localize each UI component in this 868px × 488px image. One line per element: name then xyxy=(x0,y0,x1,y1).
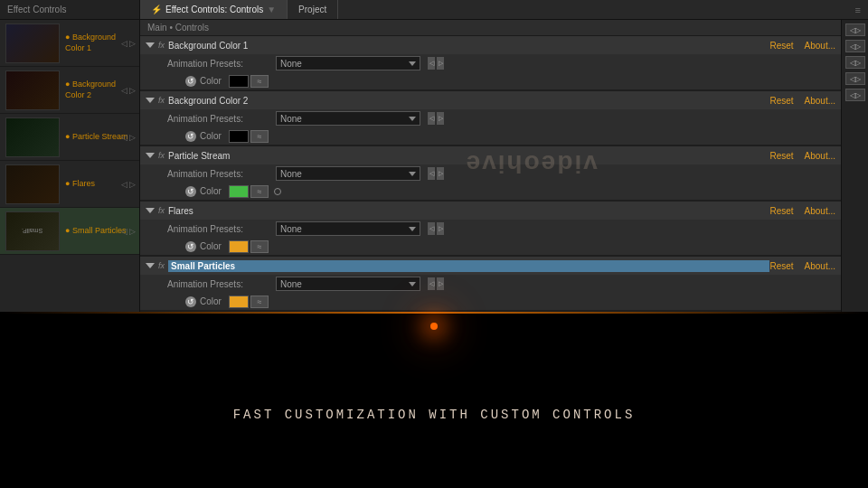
thumb-bg1 xyxy=(5,23,60,63)
color-swatch-particle[interactable] xyxy=(229,185,249,198)
next-arrow-small[interactable]: ▷ xyxy=(437,277,444,290)
effect-flares: fx Flares Reset About... Animation Prese… xyxy=(140,202,841,257)
bottom-section: Fast Customization with custom controls xyxy=(0,314,868,488)
about-bg2[interactable]: About... xyxy=(805,96,835,106)
sidebar-label-small-particles: ● Small Particles xyxy=(65,226,126,237)
about-small[interactable]: About... xyxy=(805,261,835,271)
sidebar-label-particle: ● Particle Stream xyxy=(65,132,127,143)
effect-header-small[interactable]: fx Small Particles Reset About... xyxy=(140,257,841,275)
right-panel: ◁▷ ◁▷ ◁▷ ◁▷ ◁▷ xyxy=(841,20,868,312)
next-arrow-bg1[interactable]: ▷ xyxy=(437,57,444,70)
thumb-small-particles: SmallP. xyxy=(5,211,60,251)
tab-project[interactable]: Project xyxy=(288,0,338,19)
reset-bg1[interactable]: Reset xyxy=(769,41,793,51)
link-icon-flares[interactable]: ≈ xyxy=(250,240,269,253)
reset-bg2[interactable]: Reset xyxy=(769,96,793,106)
dropdown-arrow-bg1 xyxy=(409,61,416,66)
right-btn-4[interactable]: ◁▷ xyxy=(845,72,865,85)
dropdown-arrow-small xyxy=(409,282,416,286)
sidebar-item-bg2[interactable]: ● Background Color 2 ◁ ▷ xyxy=(0,67,139,114)
right-btn-2[interactable]: ◁▷ xyxy=(845,40,865,52)
preset-dropdown-flares[interactable]: None xyxy=(276,221,420,236)
about-bg1[interactable]: About... xyxy=(805,41,835,51)
tab-effect-controls[interactable]: ⚡ Effect Controls: Controls ▼ xyxy=(140,0,288,19)
right-btn-5[interactable]: ◁▷ xyxy=(845,89,865,101)
about-flares[interactable]: About... xyxy=(805,206,835,216)
effect-name-particle: Particle Stream xyxy=(168,151,769,161)
sidebar-item-bg1[interactable]: ● Background Color 1 ◁ ▷ xyxy=(0,20,139,67)
reset-particle[interactable]: Reset xyxy=(769,151,793,161)
link-icon-particle[interactable]: ≈ xyxy=(250,185,269,198)
dropdown-arrow-flares xyxy=(409,227,416,231)
effect-header-particle[interactable]: fx Particle Stream Reset About... xyxy=(140,146,841,164)
reset-flares[interactable]: Reset xyxy=(769,206,793,216)
right-btn-1[interactable]: ◁▷ xyxy=(845,23,865,36)
collapse-icon-small xyxy=(146,263,155,268)
nav-arrows-bg2: ◁ ▷ xyxy=(428,112,444,125)
collapse-icon-bg1 xyxy=(146,42,155,48)
preset-dropdown-particle[interactable]: None xyxy=(276,166,420,181)
link-icon-small[interactable]: ≈ xyxy=(250,296,269,308)
effect-particle-stream: fx Particle Stream Reset About... Animat… xyxy=(140,146,841,202)
sidebar-nav-small: ◁ ▷ xyxy=(121,227,136,236)
preset-value-bg1: None xyxy=(280,59,409,69)
anim-label-particle: Animation Presets: xyxy=(167,169,276,179)
reset-small[interactable]: Reset xyxy=(769,261,793,271)
sidebar-nav-particle: ◁ ▷ xyxy=(121,133,136,142)
preset-dropdown-small[interactable]: None xyxy=(276,277,420,291)
sidebar-item-particle[interactable]: ● Particle Stream ◁ ▷ xyxy=(0,114,139,161)
preset-dropdown-bg1[interactable]: None xyxy=(276,56,420,70)
color-swatch-bg2[interactable] xyxy=(229,130,249,143)
color-swatch-bg1[interactable] xyxy=(229,75,249,88)
color-swatch-flares[interactable] xyxy=(229,240,249,253)
color-row-flares: ↺ Color ≈ xyxy=(140,238,841,256)
prev-arrow-flares[interactable]: ◁ xyxy=(428,222,435,235)
anim-label-bg1: Animation Presets: xyxy=(167,59,276,69)
anim-label-bg2: Animation Presets: xyxy=(167,114,276,124)
color-swatch-small[interactable] xyxy=(229,296,249,308)
panel-menu-icon[interactable]: ≡ xyxy=(855,5,861,15)
preset-value-particle: None xyxy=(280,169,409,179)
effect-small-particles: fx Small Particles Reset About... Animat… xyxy=(140,257,841,312)
effect-bg-color-1: fx Background Color 1 Reset About... Ani… xyxy=(140,36,841,91)
sidebar-nav-flares: ◁ ▷ xyxy=(121,180,136,189)
fx-badge-bg1: fx xyxy=(158,41,165,50)
fx-badge-flares: fx xyxy=(158,206,165,215)
link-icon-bg2[interactable]: ≈ xyxy=(250,130,269,143)
link-icon-bg1[interactable]: ≈ xyxy=(250,75,269,88)
circle-dot-particle xyxy=(274,188,281,195)
effect-name-flares: Flares xyxy=(168,206,769,216)
anim-row-bg2: Animation Presets: None ◁ ▷ xyxy=(140,109,841,127)
sidebar-item-small-particles[interactable]: SmallP. ● Small Particles ◁ ▷ xyxy=(0,208,139,255)
right-btn-3[interactable]: ◁▷ xyxy=(845,56,865,69)
color-label-flares: Color xyxy=(200,241,222,251)
effect-header-flares[interactable]: fx Flares Reset About... xyxy=(140,202,841,220)
preset-value-bg2: None xyxy=(280,114,409,124)
effect-bg-color-2: fx Background Color 2 Reset About... Ani… xyxy=(140,91,841,146)
prev-arrow-particle[interactable]: ◁ xyxy=(428,167,435,180)
collapse-icon-flares xyxy=(146,208,155,213)
next-arrow-particle[interactable]: ▷ xyxy=(437,167,444,180)
preset-value-flares: None xyxy=(280,224,409,234)
preset-dropdown-bg2[interactable]: None xyxy=(276,111,420,126)
fx-badge-small: fx xyxy=(158,261,165,270)
effect-header-bg1[interactable]: fx Background Color 1 Reset About... xyxy=(140,36,841,54)
bottom-text: Fast Customization with custom controls xyxy=(233,408,636,422)
next-arrow-bg2[interactable]: ▷ xyxy=(437,112,444,125)
nav-arrows-small: ◁ ▷ xyxy=(428,277,444,290)
color-label-particle: Color xyxy=(200,186,222,196)
next-arrow-flares[interactable]: ▷ xyxy=(437,222,444,235)
color-row-particle: ↺ Color ≈ xyxy=(140,183,841,201)
color-icon-bg1: ↺ xyxy=(185,76,196,87)
sidebar-nav-bg1: ◁ ▷ xyxy=(121,39,136,48)
thumb-flares xyxy=(5,164,60,204)
sidebar-item-flares[interactable]: ● Flares ◁ ▷ xyxy=(0,161,139,208)
tab-dropdown-arrow[interactable]: ▼ xyxy=(267,5,276,14)
effect-header-bg2[interactable]: fx Background Color 2 Reset About... xyxy=(140,91,841,109)
about-particle[interactable]: About... xyxy=(805,151,835,161)
prev-arrow-bg1[interactable]: ◁ xyxy=(428,57,435,70)
prev-arrow-small[interactable]: ◁ xyxy=(428,277,435,290)
effect-name-bg1: Background Color 1 xyxy=(168,41,769,51)
nav-arrows-particle: ◁ ▷ xyxy=(428,167,444,180)
prev-arrow-bg2[interactable]: ◁ xyxy=(428,112,435,125)
